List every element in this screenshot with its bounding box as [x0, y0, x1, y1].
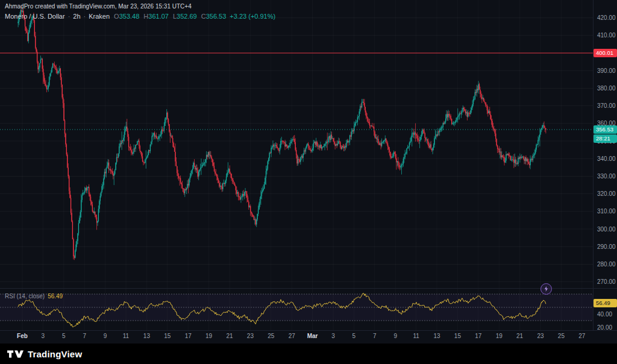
svg-text:300.00: 300.00 [597, 226, 616, 233]
lightning-icon[interactable] [540, 283, 552, 295]
svg-text:21: 21 [516, 333, 524, 339]
rsi-indicator-legend[interactable]: RSI (14, close)56.49 [5, 293, 63, 300]
svg-text:380.00: 380.00 [597, 85, 616, 92]
svg-text:5: 5 [62, 333, 66, 339]
alert-price-badge[interactable]: 400.01 [594, 49, 617, 57]
svg-text:20.00: 20.00 [597, 324, 612, 331]
svg-text:7: 7 [373, 333, 377, 339]
svg-text:410.00: 410.00 [597, 32, 616, 39]
svg-text:27: 27 [578, 333, 586, 339]
svg-text:7: 7 [83, 333, 86, 339]
svg-text:19: 19 [496, 333, 503, 339]
legend-separator: · [84, 13, 86, 20]
svg-text:Mar: Mar [307, 333, 318, 339]
interval-label[interactable]: 2h [73, 13, 80, 20]
rsi-band-layer [0, 294, 593, 321]
svg-text:21: 21 [226, 333, 233, 339]
svg-text:23: 23 [247, 333, 254, 339]
open-label: O [114, 13, 119, 20]
footer-bar: TradingView [0, 344, 617, 364]
change-value: +3.23 (+0.91%) [230, 13, 275, 20]
last-price-badge: 356.53 [594, 125, 617, 134]
svg-text:11: 11 [413, 333, 419, 339]
grid-layer [0, 0, 593, 330]
countdown-badge: 28:21 [594, 134, 617, 143]
high-value: 361.07 [148, 13, 169, 20]
svg-text:3: 3 [42, 333, 45, 339]
tradingview-snapshot: 420.00410.00400.00390.00380.00370.00360.… [0, 0, 617, 364]
open-value: 353.48 [119, 13, 140, 20]
svg-text:11: 11 [123, 333, 130, 339]
svg-text:19: 19 [205, 333, 213, 339]
tradingview-logo[interactable]: TradingView [7, 349, 82, 359]
symbol-legend[interactable]: Monero / U.S. Dollar·2h·KrakenO353.48H36… [5, 13, 275, 20]
svg-text:17: 17 [185, 333, 192, 339]
svg-text:340.00: 340.00 [597, 155, 616, 162]
rsi-label: RSI (14, close) [5, 293, 45, 300]
legend-separator: · [68, 13, 70, 20]
svg-text:15: 15 [164, 333, 171, 339]
candles-layer[interactable] [17, 6, 546, 260]
svg-text:280.00: 280.00 [597, 261, 616, 268]
svg-text:Feb: Feb [17, 333, 28, 339]
pane-separators[interactable] [0, 0, 617, 331]
low-value: 352.69 [177, 13, 197, 20]
svg-text:17: 17 [475, 333, 482, 339]
tradingview-mark-icon [7, 349, 23, 359]
svg-text:40.00: 40.00 [597, 311, 612, 318]
svg-text:270.00: 270.00 [597, 278, 616, 285]
lightning-glyph [543, 286, 550, 292]
svg-text:13: 13 [433, 333, 440, 339]
close-value: 356.53 [206, 13, 227, 20]
svg-text:27: 27 [289, 333, 296, 339]
symbol-title[interactable]: Monero / U.S. Dollar [5, 13, 65, 20]
watermark: AhmadPro created with TradingView.com, M… [5, 3, 192, 10]
svg-text:9: 9 [104, 333, 107, 339]
svg-text:310.00: 310.00 [597, 208, 616, 215]
rsi-value-badge: 56.49 [594, 299, 617, 307]
svg-text:23: 23 [537, 333, 544, 339]
svg-text:390.00: 390.00 [597, 67, 616, 74]
svg-text:25: 25 [268, 333, 275, 339]
time-axis[interactable]: Feb3579111315171921232527Mar357911131517… [17, 333, 586, 339]
svg-text:3: 3 [331, 333, 335, 339]
svg-text:13: 13 [143, 333, 151, 339]
close-label: C [201, 13, 206, 20]
svg-text:5: 5 [352, 333, 356, 339]
svg-text:15: 15 [454, 333, 462, 339]
svg-text:370.00: 370.00 [597, 102, 616, 109]
exchange-label[interactable]: Kraken [89, 13, 110, 20]
svg-text:25: 25 [558, 333, 565, 339]
price-axis[interactable]: 420.00410.00400.00390.00380.00370.00360.… [597, 14, 616, 330]
svg-text:9: 9 [393, 333, 397, 339]
svg-text:320.00: 320.00 [597, 190, 616, 197]
rsi-current-value: 56.49 [48, 293, 63, 300]
svg-text:290.00: 290.00 [597, 243, 616, 250]
svg-text:330.00: 330.00 [597, 173, 616, 180]
brand-name: TradingView [28, 349, 82, 359]
svg-text:420.00: 420.00 [597, 14, 616, 21]
chart-canvas[interactable]: 420.00410.00400.00390.00380.00370.00360.… [0, 0, 617, 344]
